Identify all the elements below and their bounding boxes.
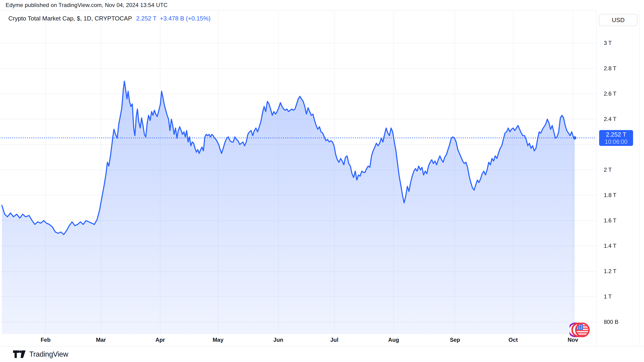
publish-header: Edyme published on TradingView.com, Nov … <box>0 0 644 11</box>
y-axis-label: 800 B <box>604 319 618 325</box>
last-price-label: 2.252 T 10:06:00 <box>599 130 633 146</box>
price-axis[interactable]: 2.252 T 10:06:00 3 T2.8 T2.6 T2.4 T2 T1.… <box>596 10 644 334</box>
x-axis-label: Aug <box>384 337 403 343</box>
publish-info: Edyme published on TradingView.com, Nov … <box>6 2 168 8</box>
symbol-legend: Crypto Total Market Cap, $, 1D, CRYPTOCA… <box>8 15 211 22</box>
y-axis-label: 1.6 T <box>604 217 616 224</box>
pane-right-border <box>639 10 640 346</box>
x-axis-label: Jun <box>269 337 288 343</box>
y-axis-label: 1 T <box>604 293 612 300</box>
y-axis-label: 2.8 T <box>604 65 616 72</box>
y-axis-label: 2.4 T <box>604 116 616 122</box>
x-axis-label: Apr <box>151 337 170 343</box>
x-axis-label: Mar <box>92 337 110 343</box>
tradingview-wordmark[interactable]: TradingView <box>29 350 68 358</box>
x-axis-label: May <box>209 337 228 343</box>
value-change: +3.478 B (+0.15%) <box>160 15 210 22</box>
x-axis-label: Sep <box>446 337 464 343</box>
y-axis-label: 2.6 T <box>604 91 616 97</box>
symbol-title[interactable]: Crypto Total Market Cap, $, 1D, CRYPTOCA… <box>8 15 132 22</box>
tradingview-published-chart: Edyme published on TradingView.com, Nov … <box>0 0 644 362</box>
y-axis-label: 2 T <box>604 167 612 173</box>
y-axis-label: 3 T <box>604 40 612 46</box>
footer: TradingView <box>0 346 644 362</box>
last-price-value: 2.252 T <box>606 131 626 138</box>
y-axis-label: 1.2 T <box>604 268 616 274</box>
x-axis-label: Jul <box>325 337 344 343</box>
price-axis-border <box>596 10 596 346</box>
time-axis[interactable]: FebMarAprMayJunJulAugSepOctNov <box>0 334 644 346</box>
price-chart[interactable] <box>0 10 596 334</box>
tradingview-logo-icon[interactable] <box>13 350 26 358</box>
y-axis-label: 1.8 T <box>604 192 616 198</box>
us-flag-circle-icon <box>570 321 590 338</box>
x-axis-label: Feb <box>36 337 55 343</box>
currency-toggle-button[interactable]: USD <box>599 14 638 26</box>
x-axis-label: Oct <box>504 337 522 343</box>
countdown-timer: 10:06:00 <box>605 138 627 145</box>
y-axis-label: 1.4 T <box>604 243 616 249</box>
last-value: 2.252 T <box>136 15 157 22</box>
